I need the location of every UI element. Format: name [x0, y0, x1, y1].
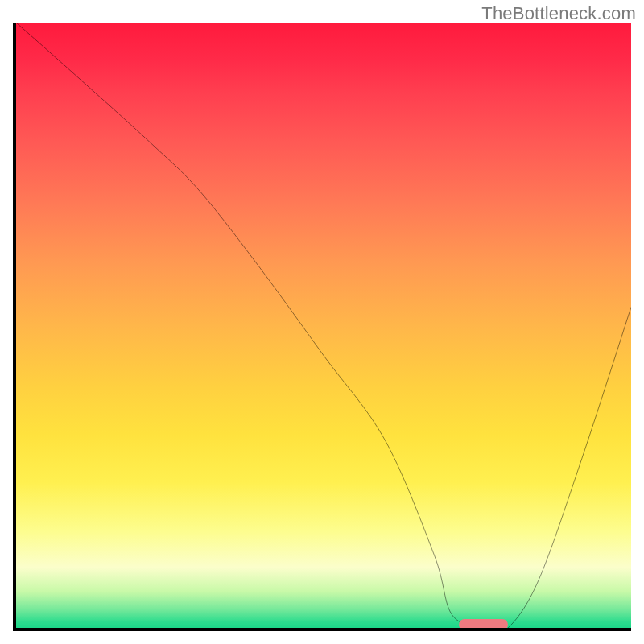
plot-area — [13, 23, 631, 631]
bottleneck-curve — [16, 23, 631, 628]
optimal-range-marker — [459, 619, 508, 630]
curve-path — [16, 23, 631, 631]
watermark-text: TheBottleneck.com — [481, 3, 636, 24]
